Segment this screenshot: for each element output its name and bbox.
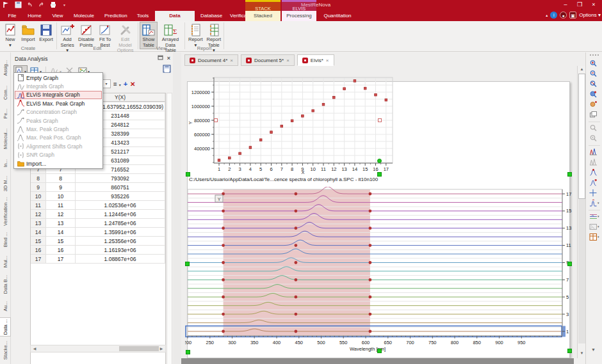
peaks-icon[interactable] xyxy=(589,147,601,156)
stack-icon[interactable]: ▾ xyxy=(589,212,601,221)
tab-quantitation[interactable]: Quantitation xyxy=(318,11,357,21)
dock-tab-assig[interactable]: Assig... xyxy=(0,56,11,79)
dock-tab-verification[interactable]: Verification ... xyxy=(0,197,11,226)
row-header[interactable]: 17 xyxy=(31,255,46,263)
y-cell[interactable]: 935226 xyxy=(76,192,165,200)
tab-stacked[interactable]: Stacked xyxy=(245,11,281,21)
scrollbar-thumb[interactable] xyxy=(119,346,159,351)
close-tab-icon[interactable]: × xyxy=(286,58,289,63)
toolbar-more-icon[interactable]: ▼ xyxy=(591,347,596,352)
selection-handle[interactable] xyxy=(567,349,572,353)
x-cell[interactable]: 9 xyxy=(46,183,76,191)
ribbon-tab-prediction[interactable]: Prediction xyxy=(100,11,131,21)
close-panel-icon[interactable]: × xyxy=(167,55,170,61)
zoom-reset-icon[interactable] xyxy=(589,90,601,99)
peak-add-icon[interactable] xyxy=(589,178,601,187)
selection-handle[interactable] xyxy=(186,350,190,354)
selection-handle[interactable] xyxy=(185,262,190,266)
scatter-chart[interactable]: 4000006000008000001000000120000012345678… xyxy=(186,73,397,177)
dock-tab-3d-m[interactable]: 3D M... xyxy=(0,174,11,193)
redo-icon[interactable] xyxy=(37,1,45,9)
row-header[interactable]: 16 xyxy=(31,246,46,254)
maximize-button[interactable]: ❒ xyxy=(573,0,587,10)
ribbon-tab-view[interactable]: View xyxy=(47,11,68,21)
selection-handle[interactable] xyxy=(377,349,382,353)
close-tab-icon[interactable]: × xyxy=(326,58,329,63)
x-cell[interactable]: 8 xyxy=(46,174,76,182)
dock-tab-au[interactable]: Au... xyxy=(0,299,11,313)
snapshot-icon[interactable] xyxy=(589,110,601,119)
selection-handle[interactable] xyxy=(567,172,572,177)
rotation-handle[interactable] xyxy=(377,159,382,163)
dock-tab-data-b[interactable]: Data B... xyxy=(0,274,11,296)
row-header[interactable]: 11 xyxy=(31,201,46,209)
add-series-icon-small[interactable]: + xyxy=(124,80,127,88)
table-row[interactable]: 12121.12445e+06 xyxy=(31,210,165,219)
save-icon[interactable] xyxy=(14,1,22,9)
menu-item-import[interactable]: Import... xyxy=(15,159,102,168)
stacked-spectra-chart[interactable]: 1357911131517200250300350400450500550600… xyxy=(185,187,577,354)
x-cell[interactable]: 15 xyxy=(46,237,76,245)
import-button[interactable]: Import xyxy=(19,22,37,44)
peak-pick-icon[interactable] xyxy=(589,168,601,177)
table-icon[interactable]: ▾ xyxy=(589,232,601,241)
ribbon-tab-molecule[interactable]: Molecule xyxy=(69,11,99,21)
row-header[interactable]: 15 xyxy=(31,237,46,245)
x-cell[interactable]: 16 xyxy=(46,246,76,254)
document-tab-document-5[interactable]: Document 5*× xyxy=(241,54,295,66)
print-icon[interactable] xyxy=(49,1,57,9)
scroll-left-icon[interactable]: ◀ xyxy=(31,345,38,352)
y-cell[interactable]: 1.12445e+06 xyxy=(76,210,165,218)
y-cell[interactable]: 1.24785e+06 xyxy=(76,219,165,227)
x-cell[interactable]: 11 xyxy=(46,201,76,209)
ribbon-tab-data-analysis[interactable]: Data Analysis xyxy=(155,11,195,21)
canvas-vscroll-track[interactable] xyxy=(578,199,585,344)
y-cell[interactable]: 1.16193e+06 xyxy=(76,246,165,254)
table-row[interactable]: 17171.08867e+06 xyxy=(31,255,165,264)
table-row[interactable]: 16161.16193e+06 xyxy=(31,246,165,255)
minimize-button[interactable]: – xyxy=(558,0,573,10)
dock-tab-mul[interactable]: Mul... xyxy=(0,253,11,270)
x-cell[interactable]: 14 xyxy=(46,228,76,236)
integrals-icon[interactable]: ▾ xyxy=(589,198,601,207)
y-cell[interactable]: 1.02536e+06 xyxy=(76,201,165,209)
table-row[interactable]: 1010935226 xyxy=(31,192,165,201)
table-row[interactable]: 88793092 xyxy=(31,174,165,183)
selection-handle[interactable] xyxy=(567,262,572,266)
series-menu-icon[interactable]: ≡ ▾ xyxy=(113,81,121,88)
app-logo-icon[interactable] xyxy=(3,1,11,9)
dock-tab-bind[interactable]: Bind ... xyxy=(0,230,11,249)
dock-tab-pe[interactable]: Pe... xyxy=(0,106,11,122)
x-cell[interactable]: 17 xyxy=(46,255,76,263)
y-cell[interactable]: 1.25356e+06 xyxy=(76,237,165,245)
ribbon-tab-file[interactable]: File xyxy=(3,11,22,21)
close-button[interactable]: × xyxy=(587,0,601,10)
document-canvas[interactable]: 4000006000008000001000000120000012345678… xyxy=(181,66,577,358)
x-cell[interactable]: 13 xyxy=(46,219,76,227)
dock-tab-molecul[interactable]: Molecul... xyxy=(0,125,11,152)
table-row[interactable]: 13131.24785e+06 xyxy=(31,219,165,228)
dock-tab-in[interactable]: In... xyxy=(0,156,11,170)
selection-handle[interactable] xyxy=(186,172,190,177)
table-vertical-scrollbar[interactable] xyxy=(167,93,172,364)
row-header[interactable]: 13 xyxy=(31,219,46,227)
table-row[interactable]: 11111.02536e+06 xyxy=(31,201,165,210)
ribbon-tab-home[interactable]: Home xyxy=(23,11,46,21)
float-panel-icon[interactable] xyxy=(158,55,163,61)
menu-item-elvis-integrals-graph[interactable]: ELViS Integrals Graph xyxy=(15,91,102,99)
menu-item-empty-graph[interactable]: Empty Graph xyxy=(15,74,102,82)
panel-splitter[interactable] xyxy=(173,52,181,364)
row-header[interactable]: 14 xyxy=(31,228,46,236)
info-icon[interactable]: i xyxy=(550,12,557,19)
delete-series-icon[interactable]: ✕ xyxy=(130,81,135,88)
document-tab-elvis[interactable]: Elvis*× xyxy=(297,54,334,66)
zoom-scale-icon[interactable] xyxy=(589,79,601,88)
ribbon-tab-database[interactable]: Database xyxy=(196,11,224,21)
options-button[interactable]: Options ▾ xyxy=(579,12,601,18)
close-tab-icon[interactable]: × xyxy=(230,58,233,63)
toolbar-grip[interactable] xyxy=(590,54,599,56)
row-header[interactable]: 8 xyxy=(31,174,46,182)
zoom-out-icon[interactable] xyxy=(589,69,601,78)
ribbon-tab-tools[interactable]: Tools xyxy=(132,11,154,21)
x-cell[interactable]: 10 xyxy=(46,192,76,200)
